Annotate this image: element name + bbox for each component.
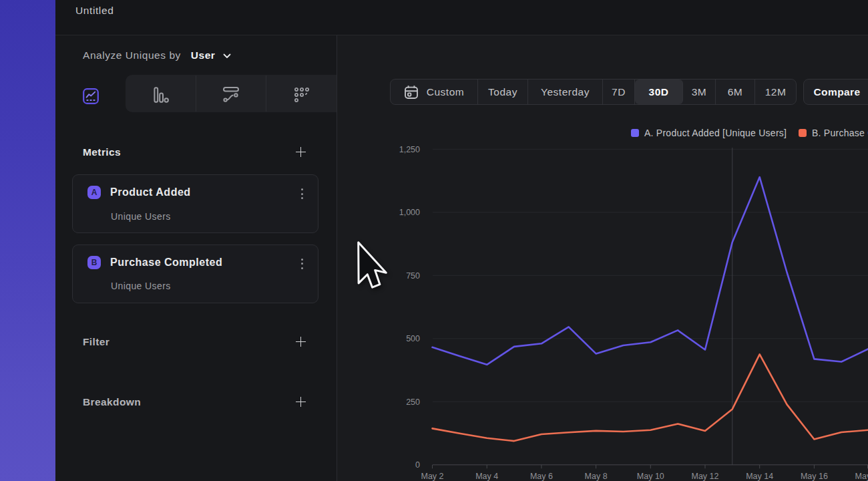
svg-text:500: 500 bbox=[406, 334, 420, 343]
svg-text:May 2: May 2 bbox=[421, 472, 443, 481]
svg-text:May 16: May 16 bbox=[801, 472, 828, 481]
svg-text:250: 250 bbox=[406, 397, 420, 407]
svg-text:0: 0 bbox=[415, 460, 420, 470]
svg-text:750: 750 bbox=[406, 271, 420, 281]
svg-text:1,250: 1,250 bbox=[399, 145, 420, 154]
svg-text:May 8: May 8 bbox=[585, 472, 608, 481]
svg-text:May 4: May 4 bbox=[475, 472, 498, 481]
svg-text:May 6: May 6 bbox=[530, 472, 553, 481]
svg-text:May 12: May 12 bbox=[692, 472, 719, 481]
svg-text:1,000: 1,000 bbox=[399, 208, 420, 217]
svg-text:May 14: May 14 bbox=[746, 472, 773, 481]
svg-text:May 18: May 18 bbox=[855, 472, 868, 481]
svg-text:May 10: May 10 bbox=[637, 472, 664, 481]
